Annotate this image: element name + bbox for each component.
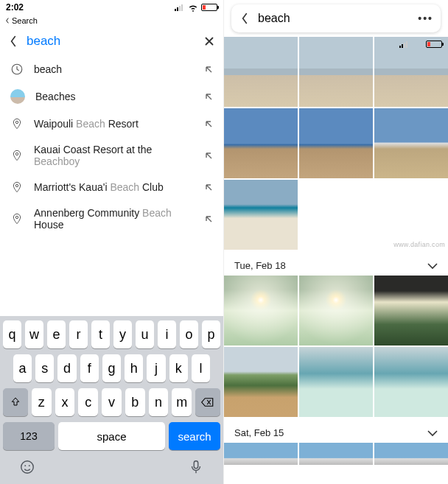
suggestion-item[interactable]: Annenberg Community Beach House: [0, 200, 223, 237]
photo-thumb[interactable]: [299, 347, 373, 417]
key-e[interactable]: e: [47, 320, 66, 348]
key-t[interactable]: t: [91, 320, 110, 348]
key-v[interactable]: v: [102, 388, 122, 416]
back-icon[interactable]: [7, 35, 19, 47]
date-grid: [224, 276, 448, 420]
date-label: Sat, Feb 15: [234, 427, 284, 438]
signal-icon: [399, 41, 410, 48]
suggestion-label: Waipouli Beach Resort: [34, 118, 194, 130]
suggestion-label: beach: [34, 63, 194, 75]
key-k[interactable]: k: [169, 354, 188, 382]
svg-point-6: [24, 465, 26, 466]
status-time: 2:02: [6, 2, 24, 13]
search-row: [0, 27, 223, 56]
photo-thumb[interactable]: [224, 37, 298, 107]
pin-icon: [10, 149, 24, 162]
key-d[interactable]: d: [57, 354, 76, 382]
photo-thumb[interactable]: [374, 276, 448, 346]
photo-thumb[interactable]: [374, 347, 448, 417]
history-icon: [10, 63, 24, 76]
back-icon[interactable]: [239, 13, 251, 24]
search-input[interactable]: [27, 32, 195, 50]
clear-icon[interactable]: [203, 35, 216, 48]
key-a[interactable]: a: [13, 354, 32, 382]
key-g[interactable]: g: [102, 354, 121, 382]
key-o[interactable]: o: [180, 320, 198, 348]
backspace-key[interactable]: [195, 388, 220, 416]
key-x[interactable]: x: [55, 388, 75, 416]
search-input[interactable]: [258, 10, 418, 27]
key-u[interactable]: u: [136, 320, 154, 348]
insert-arrow-icon[interactable]: [204, 119, 213, 128]
photo-thumb[interactable]: [224, 180, 298, 250]
key-n[interactable]: n: [149, 388, 169, 416]
key-i[interactable]: i: [158, 320, 176, 348]
key-c[interactable]: c: [78, 388, 98, 416]
insert-arrow-icon[interactable]: [204, 214, 213, 223]
suggestion-item[interactable]: Marriott's Kaua'i Beach Club: [0, 174, 223, 200]
insert-arrow-icon[interactable]: [204, 92, 213, 101]
numeric-key[interactable]: 123: [3, 422, 55, 450]
emoji-key[interactable]: [19, 459, 35, 478]
battery-icon: [426, 41, 442, 48]
svg-point-1: [15, 121, 18, 123]
svg-point-2: [15, 152, 18, 155]
search-bar: •••: [231, 4, 441, 32]
photo-thumb[interactable]: [224, 443, 298, 465]
key-p[interactable]: p: [202, 320, 220, 348]
mic-key[interactable]: [188, 459, 204, 478]
results-top-grid: [224, 37, 448, 253]
photo-thumb[interactable]: [299, 276, 373, 346]
suggestion-label: Marriott's Kaua'i Beach Club: [34, 181, 194, 193]
key-y[interactable]: y: [113, 320, 132, 348]
chevron-down-icon: [427, 428, 438, 438]
svg-point-3: [15, 184, 18, 186]
key-f[interactable]: f: [80, 354, 99, 382]
key-b[interactable]: b: [125, 388, 145, 416]
breadcrumb-back[interactable]: Search: [0, 15, 223, 27]
date-header[interactable]: Sat, Feb 15: [224, 420, 448, 443]
keyboard: qwertyuiop asdfghjkl zxcvbnm 123 space s…: [0, 316, 223, 484]
suggestion-item[interactable]: Waipouli Beach Resort: [0, 111, 223, 137]
wifi-icon: [188, 4, 198, 12]
search-key[interactable]: search: [169, 422, 220, 450]
battery-icon: [201, 4, 217, 11]
phone-search-suggestions: 2:02 Search beach Beaches Waipouli Beach…: [0, 0, 224, 484]
photo-thumb[interactable]: [299, 108, 373, 178]
chevron-down-icon: [427, 261, 438, 271]
suggestion-item[interactable]: beach: [0, 56, 223, 83]
suggestion-list: beach Beaches Waipouli Beach Resort Kaua…: [0, 56, 223, 237]
pin-icon: [10, 117, 24, 130]
status-bar: 2:02: [0, 0, 223, 15]
photo-thumb[interactable]: [224, 347, 298, 417]
photo-thumb[interactable]: [224, 276, 298, 346]
breadcrumb-label: Search: [12, 16, 38, 25]
photo-thumb[interactable]: [374, 443, 448, 465]
key-q[interactable]: q: [3, 320, 21, 348]
key-h[interactable]: h: [125, 354, 143, 382]
key-l[interactable]: l: [192, 354, 210, 382]
suggestion-item[interactable]: Beaches: [0, 83, 223, 111]
more-icon[interactable]: •••: [418, 13, 433, 24]
key-w[interactable]: w: [25, 320, 43, 348]
suggestion-label: Beaches: [35, 91, 194, 102]
photo-thumb[interactable]: [374, 108, 448, 178]
pin-icon: [10, 212, 24, 225]
insert-arrow-icon[interactable]: [204, 183, 213, 192]
key-z[interactable]: z: [32, 388, 52, 416]
shift-key[interactable]: [3, 388, 28, 416]
insert-arrow-icon[interactable]: [204, 151, 213, 160]
svg-point-4: [15, 216, 18, 218]
key-r[interactable]: r: [69, 320, 88, 348]
space-key[interactable]: space: [58, 422, 165, 450]
signal-icon: [175, 4, 185, 11]
photo-thumb[interactable]: [299, 443, 373, 465]
key-m[interactable]: m: [172, 388, 192, 416]
insert-arrow-icon[interactable]: [204, 65, 213, 74]
key-s[interactable]: s: [35, 354, 54, 382]
key-j[interactable]: j: [147, 354, 165, 382]
suggestion-item[interactable]: Kauai Coast Resort at the Beachboy: [0, 137, 223, 174]
photo-thumb[interactable]: [299, 37, 373, 107]
photo-thumb[interactable]: [224, 108, 298, 178]
date-header[interactable]: Tue, Feb 18: [224, 253, 448, 276]
